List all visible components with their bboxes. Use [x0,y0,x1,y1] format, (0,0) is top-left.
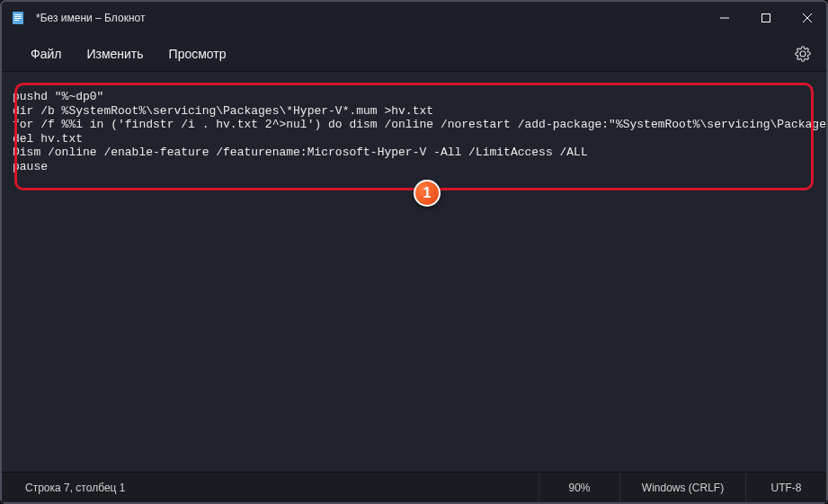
statusbar: Строка 7, столбец 1 90% Windows (CRLF) U… [2,472,826,502]
status-line-ending[interactable]: Windows (CRLF) [619,473,745,502]
annotation-number: 1 [423,185,432,201]
code-line: dir /b %SystemRoot%\servicing\Packages\*… [13,104,433,118]
annotation-badge: 1 [414,180,441,207]
code-line: for /f %%i in ('findstr /i . hv.txt 2^>n… [13,118,826,131]
text-editor[interactable]: pushd "%~dp0" dir /b %SystemRoot%\servic… [2,72,826,472]
code-line: pushd "%~dp0" [13,90,103,103]
status-zoom[interactable]: 90% [539,473,619,502]
code-line: Dism /online /enable-feature /featurenam… [13,146,588,159]
status-encoding[interactable]: UTF-8 [745,473,826,502]
code-line: pause [13,160,48,173]
code-line: del hv.txt [13,132,83,146]
editor-content[interactable]: pushd "%~dp0" dir /b %SystemRoot%\servic… [2,72,826,185]
status-cursor-position: Строка 7, столбец 1 [2,482,539,494]
